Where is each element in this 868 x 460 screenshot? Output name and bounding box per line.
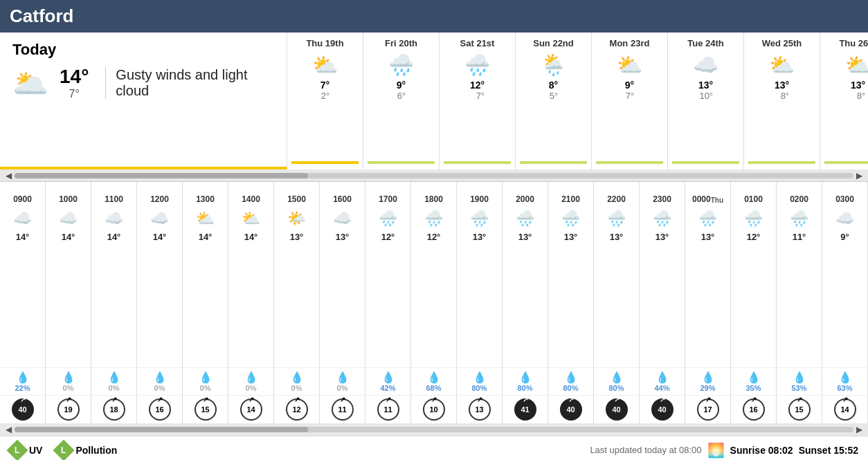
wind-speed: 15 bbox=[201, 405, 209, 414]
forecast-low: 10° bbox=[699, 91, 713, 101]
wind-speed: 10 bbox=[429, 405, 437, 414]
wind-col: ↗ 41 bbox=[503, 396, 548, 423]
scrollbar-track[interactable] bbox=[15, 173, 853, 178]
forecast-day[interactable]: Thu 19th ⛅ 7° 2° bbox=[287, 33, 363, 169]
rain-drop-icon: 💧 bbox=[747, 371, 761, 384]
bottom-bar: L UV L Pollution Last updated today at 0… bbox=[0, 436, 868, 460]
today-content: 🌥️ 14° 7° Gusty winds and light cloud bbox=[12, 66, 274, 100]
forecast-day-label: Wed 25th bbox=[762, 38, 802, 48]
forecast-temps: 13° 8° bbox=[851, 80, 865, 101]
hour-temp: 12° bbox=[381, 232, 395, 246]
wind-col: ↗ 15 bbox=[183, 396, 228, 423]
wind-col: ↗ 13 bbox=[457, 396, 503, 423]
forecast-day[interactable]: Mon 23rd ⛅ 9° 7° bbox=[592, 33, 668, 169]
forecast-temps: 13° 10° bbox=[698, 80, 713, 101]
rain-percent: 0% bbox=[154, 384, 165, 392]
hour-temp: 13° bbox=[336, 232, 350, 246]
bottom-scroll-right[interactable]: ▶ bbox=[853, 425, 865, 434]
hour-temp: 14° bbox=[107, 232, 121, 246]
forecast-weather-icon: ⛅ bbox=[617, 53, 642, 77]
bottom-scrollbar-track[interactable] bbox=[15, 427, 853, 432]
forecast-day[interactable]: Sat 21st 🌧️ 12° 7° bbox=[440, 33, 516, 169]
hour-temp: 13° bbox=[290, 232, 304, 246]
hour-label: 0900 bbox=[13, 185, 32, 204]
hour-col: 0900 ☁️ 14° bbox=[0, 182, 46, 367]
wind-circle: ↗ 14 bbox=[834, 398, 856, 421]
wind-arrow-icon: ↗ bbox=[66, 396, 71, 403]
hour-temp: 14° bbox=[244, 232, 258, 246]
forecast-day-label: Thu 26th bbox=[839, 38, 868, 48]
wind-arrow-icon: ↗ bbox=[111, 396, 117, 403]
hour-col: 1300 ⛅ 14° bbox=[183, 182, 228, 367]
rain-drop-icon: 💧 bbox=[838, 371, 852, 384]
rain-percent: 0% bbox=[200, 384, 211, 392]
hour-col: 2100 🌧️ 13° bbox=[548, 182, 594, 367]
rain-percent: 53% bbox=[791, 384, 806, 392]
hour-label: 1100 bbox=[105, 185, 123, 204]
wind-col: ↗ 16 bbox=[731, 396, 777, 423]
wind-speed: 14 bbox=[246, 405, 255, 414]
forecast-day[interactable]: Thu 26th ⛅ 13° 8° bbox=[820, 33, 868, 169]
scroll-left-arrow[interactable]: ◀ bbox=[3, 171, 15, 181]
forecast-high: 13° bbox=[698, 80, 713, 91]
forecast-day[interactable]: Wed 25th ⛅ 13° 8° bbox=[744, 33, 820, 169]
wind-circle: ↗ 17 bbox=[697, 398, 719, 421]
wind-speed: 15 bbox=[795, 405, 803, 414]
wind-circle: ↗ 16 bbox=[149, 398, 171, 421]
hour-col: 1100 ☁️ 14° bbox=[91, 182, 137, 367]
hour-col: 0000 Thu 🌧️ 13° bbox=[685, 182, 731, 367]
forecast-day[interactable]: Sun 22nd 🌦️ 8° 5° bbox=[516, 33, 592, 169]
top-scrollbar[interactable]: ◀ ▶ bbox=[0, 169, 868, 182]
forecast-day[interactable]: Tue 24th ☁️ 13° 10° bbox=[668, 33, 744, 169]
bottom-scrollbar-thumb[interactable] bbox=[15, 427, 308, 432]
hour-col: 1700 🌧️ 12° bbox=[365, 182, 411, 367]
forecast-high: 13° bbox=[775, 80, 789, 91]
rain-drop-icon: 💧 bbox=[518, 371, 532, 384]
wind-arrow-icon: ↗ bbox=[842, 396, 848, 403]
hour-icon: 🌧️ bbox=[790, 208, 808, 229]
hour-temp: 12° bbox=[747, 232, 761, 246]
wind-arrow-icon: ↗ bbox=[477, 396, 482, 403]
rain-col: 💧 53% bbox=[777, 368, 822, 395]
rain-drop-icon: 💧 bbox=[199, 371, 213, 384]
wind-speed: 17 bbox=[703, 405, 712, 414]
forecast-weather-icon: ⛅ bbox=[312, 53, 338, 77]
hour-icon: ☁️ bbox=[13, 208, 32, 229]
hour-label: 2200 bbox=[607, 185, 626, 204]
wind-circle: ↗ 12 bbox=[286, 398, 308, 421]
rain-percent: 35% bbox=[745, 384, 761, 392]
hour-label: 2100 bbox=[561, 185, 580, 204]
wind-col: ↗ 14 bbox=[822, 396, 868, 423]
bottom-scroll-left[interactable]: ◀ bbox=[3, 425, 15, 434]
rain-col: 💧 0% bbox=[228, 368, 274, 395]
wind-arrow-icon: ↗ bbox=[203, 396, 208, 403]
scrollbar-thumb[interactable] bbox=[15, 173, 308, 178]
rain-drop-icon: 💧 bbox=[290, 371, 304, 384]
hour-temp: 13° bbox=[655, 232, 669, 246]
last-updated: Last updated today at 08:00 bbox=[590, 445, 701, 455]
pollution-label: Pollution bbox=[75, 445, 117, 456]
wind-circle: ↗ 40 bbox=[606, 398, 628, 421]
hour-label: 1800 bbox=[424, 185, 443, 204]
hour-col: 2300 🌧️ 13° bbox=[640, 182, 685, 367]
scroll-right-arrow[interactable]: ▶ bbox=[853, 171, 865, 181]
pollution-badge: L Pollution bbox=[56, 443, 117, 458]
wind-col: ↗ 40 bbox=[0, 396, 46, 423]
forecast-temps: 7° 2° bbox=[320, 80, 329, 101]
hour-temp: 13° bbox=[610, 232, 624, 246]
forecast-weather-icon: 🌦️ bbox=[541, 53, 566, 77]
hour-label: 2300 bbox=[653, 185, 671, 204]
rain-drop-icon: 💧 bbox=[655, 371, 669, 384]
forecast-day[interactable]: Fri 20th 🌧️ 9° 6° bbox=[363, 33, 440, 169]
wind-speed: 41 bbox=[521, 405, 529, 414]
bottom-scrollbar[interactable]: ◀ ▶ bbox=[0, 423, 868, 436]
rain-drop-icon: 💧 bbox=[793, 371, 806, 384]
forecast-high: 12° bbox=[470, 80, 485, 91]
rain-percent: 22% bbox=[15, 384, 30, 392]
forecast-temps: 13° 8° bbox=[775, 80, 789, 101]
hour-temp: 12° bbox=[427, 232, 441, 246]
wind-arrow-icon: ↗ bbox=[705, 396, 711, 403]
hourly-grid: 0900 ☁️ 14° 1000 ☁️ 14° 1100 ☁️ 14° 1200 bbox=[0, 182, 868, 367]
forecast-day-label: Fri 20th bbox=[385, 38, 417, 48]
hourly-section: 0900 ☁️ 14° 1000 ☁️ 14° 1100 ☁️ 14° 1200 bbox=[0, 182, 868, 423]
